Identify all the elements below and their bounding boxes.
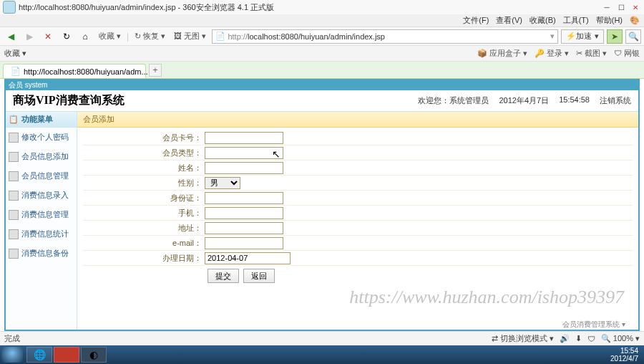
input-address[interactable] xyxy=(205,222,283,234)
member-manage-icon xyxy=(9,171,19,181)
member-add-icon xyxy=(9,152,19,162)
tab-label: http://localhost:8080/huiyuan/adm... xyxy=(24,67,148,76)
switch-mode[interactable]: ⇄ 切换浏览模式 ▾ xyxy=(492,333,554,344)
sidebar-item-consume-stats[interactable]: 消费信息统计 xyxy=(6,224,77,244)
input-proc-date[interactable] xyxy=(205,252,291,264)
member-add-form: 会员卡号： 会员类型： 姓名： 性别：男 身份证： 手机： 地址： e-mail… xyxy=(77,128,638,286)
back-button[interactable]: 返回 xyxy=(243,269,275,283)
home-icon[interactable]: ⌂ xyxy=(77,29,93,44)
input-email[interactable] xyxy=(205,237,283,249)
welcome-text: 欢迎您：系统管理员 xyxy=(418,95,489,106)
maximize-icon[interactable]: ☐ xyxy=(615,2,627,12)
consume-stats-icon xyxy=(9,229,19,239)
browser-icon xyxy=(3,1,16,14)
taskbar-clock[interactable]: 15:54 2012/4/7 xyxy=(606,347,643,363)
volume-icon[interactable]: 🔊 xyxy=(560,334,570,343)
menu-icon: 📋 xyxy=(9,115,19,124)
address-proto: http:// xyxy=(228,32,248,41)
new-tab-button[interactable]: + xyxy=(149,64,162,77)
screenshot-link[interactable]: ✂ 截图 ▾ xyxy=(576,48,607,59)
refresh-icon[interactable]: ↻ xyxy=(59,29,74,44)
fav-strip-fav[interactable]: 收藏 ▾ xyxy=(4,48,26,59)
content-title: 会员添加 xyxy=(77,112,638,128)
nopic-button[interactable]: 🖼 无图 ▾ xyxy=(171,31,209,42)
sidebar-item-consume-add[interactable]: 消费信息录入 xyxy=(6,186,77,205)
restore-button[interactable]: ↻ 恢复 ▾ xyxy=(132,31,168,42)
label-name: 姓名： xyxy=(83,163,205,173)
input-card-type[interactable] xyxy=(205,147,283,159)
safe-icon[interactable]: 🛡 xyxy=(587,335,595,343)
login-link[interactable]: 🔑 登录 ▾ xyxy=(535,48,569,59)
taskbar-eclipse[interactable]: ◐ xyxy=(81,347,107,363)
frame-title: 会员 system xyxy=(6,80,638,90)
logout-link[interactable]: 注销系统 xyxy=(600,95,631,106)
minimize-icon[interactable]: ─ xyxy=(601,2,613,12)
label-phone: 手机： xyxy=(83,208,205,219)
address-bar[interactable]: 📄 http://localhost:8080/huiyuan/admin/in… xyxy=(212,29,558,44)
sidebar-item-consume-manage[interactable]: 消费信息管理 xyxy=(6,205,77,224)
consume-add-icon xyxy=(9,191,19,201)
label-id-card: 身份证： xyxy=(83,193,205,203)
menu-file[interactable]: 文件(F) xyxy=(463,15,489,26)
title-url: http://localhost:8080/huiyuan/admin/inde… xyxy=(19,3,176,11)
label-card-no: 会员卡号： xyxy=(83,133,205,143)
window-title-bar: http://localhost:8080/huiyuan/admin/inde… xyxy=(0,0,644,14)
zoom-control[interactable]: 🔍 100% ▾ xyxy=(601,334,640,343)
sidebar-item-password[interactable]: 修改个人密码 xyxy=(6,128,77,147)
app-title: 商场VIP消费查询系统 xyxy=(13,93,125,108)
submit-button[interactable]: 提交 xyxy=(208,269,239,283)
status-bar: 完成 ⇄ 切换浏览模式 ▾ 🔊 ⬇ 🛡 🔍 100% ▾ xyxy=(0,331,644,345)
appbox-link[interactable]: 📦 应用盒子 ▾ xyxy=(477,48,527,59)
page-frame: 会员 system 商场VIP消费查询系统 欢迎您：系统管理员 2012年4月7… xyxy=(4,79,640,331)
sidebar-item-member-manage[interactable]: 会员信息管理 xyxy=(6,166,77,186)
search-icon[interactable]: 🔍 xyxy=(625,29,641,44)
back-icon[interactable]: ◀ xyxy=(3,29,19,44)
main-area: 会员添加 会员卡号： 会员类型： 姓名： 性别：男 身份证： 手机： 地址： e… xyxy=(77,112,638,330)
favorites-strip: 收藏 ▾ 📦 应用盒子 ▾ 🔑 登录 ▾ ✂ 截图 ▾ 🛡 网银 xyxy=(0,46,644,62)
label-proc-date: 办理日期： xyxy=(83,253,205,264)
consume-backup-icon xyxy=(9,249,19,259)
tab-active[interactable]: 📄 http://localhost:8080/huiyuan/adm... ✕ xyxy=(3,64,146,78)
input-id-card[interactable] xyxy=(205,192,283,204)
go-button[interactable]: ➤ xyxy=(607,29,623,44)
date-text: 2012年4月7日 xyxy=(499,95,549,106)
input-card-no[interactable] xyxy=(205,132,283,144)
accelerate-button[interactable]: ⚡加速 ▾ xyxy=(561,29,604,44)
label-card-type: 会员类型： xyxy=(83,148,205,158)
input-phone[interactable] xyxy=(205,207,283,219)
sidebar-head: 📋 功能菜单 xyxy=(6,112,77,128)
label-gender: 性别： xyxy=(83,178,205,188)
address-rest: localhost:8080/huiyuan/admin/index.jsp xyxy=(248,32,385,41)
menu-tools[interactable]: 工具(T) xyxy=(563,15,589,26)
status-done: 完成 xyxy=(4,333,20,344)
stop-icon[interactable]: ✕ xyxy=(40,29,56,44)
menu-fav[interactable]: 收藏(B) xyxy=(530,15,556,26)
menu-view[interactable]: 查看(V) xyxy=(496,15,522,26)
input-name[interactable] xyxy=(205,162,283,174)
skin-icon[interactable]: 🎨 xyxy=(630,16,640,25)
nav-bar: ◀ ▶ ✕ ↻ ⌂ 收藏 ▾ | ↻ 恢复 ▾ 🖼 无图 ▾ 📄 http://… xyxy=(0,27,644,46)
sidebar-item-consume-backup[interactable]: 消费信息备份 xyxy=(6,244,77,263)
password-icon xyxy=(9,133,19,143)
netbank-link[interactable]: 🛡 网银 xyxy=(614,48,640,59)
time-text: 15:54:58 xyxy=(559,95,590,106)
taskbar-ie[interactable]: 🌐 xyxy=(26,347,52,363)
app-header: 商场VIP消费查询系统 欢迎您：系统管理员 2012年4月7日 15:54:58… xyxy=(6,90,638,112)
tab-favicon: 📄 xyxy=(11,67,21,76)
fav-dropdown[interactable]: 收藏 ▾ xyxy=(96,31,124,42)
sidebar-item-member-add[interactable]: 会员信息添加 xyxy=(6,147,77,166)
consume-manage-icon xyxy=(9,210,19,220)
forward-icon[interactable]: ▶ xyxy=(21,29,37,44)
download-icon[interactable]: ⬇ xyxy=(575,334,582,343)
label-address: 地址： xyxy=(83,223,205,234)
start-button[interactable] xyxy=(1,347,23,363)
select-gender[interactable]: 男 xyxy=(205,177,240,189)
taskbar: 🌐 ◐ 15:54 2012/4/7 xyxy=(0,345,644,364)
menu-help[interactable]: 帮助(H) xyxy=(596,15,623,26)
app-footer: 会员消费管理系统 ▾ xyxy=(550,320,638,330)
sidebar: 📋 功能菜单 修改个人密码 会员信息添加 会员信息管理 消费信息录入 消费信息管… xyxy=(6,112,77,330)
title-suffix: - 360安全浏览器 4.1 正式版 xyxy=(176,3,275,11)
close-icon[interactable]: ✕ xyxy=(630,2,641,12)
taskbar-app1[interactable] xyxy=(54,347,79,363)
tab-strip: 📄 http://localhost:8080/huiyuan/adm... ✕… xyxy=(0,62,644,79)
